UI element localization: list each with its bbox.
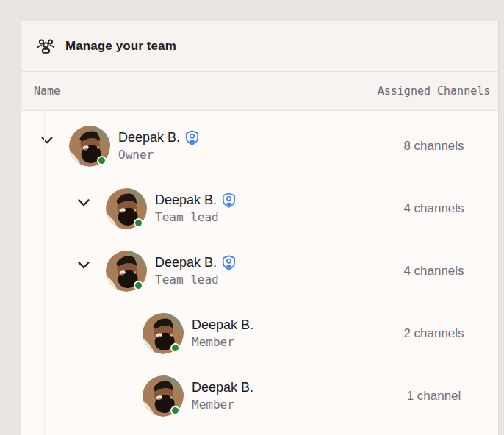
page-title: Manage your team [65, 39, 176, 54]
chevron-down-icon[interactable] [75, 198, 93, 207]
online-status-dot [97, 156, 107, 165]
member-identity: Deepak B. Owner [118, 130, 199, 162]
member-name-cell: Deepak B. Member [21, 302, 348, 364]
member-role: Team lead [155, 210, 236, 224]
avatar [106, 251, 147, 292]
member-name: Deepak B. [118, 130, 180, 145]
assigned-channels-cell: 4 channels [348, 177, 498, 240]
member-identity: Deepak B. Team lead [155, 255, 236, 287]
online-status-dot [134, 281, 143, 290]
team-member-row[interactable]: Deepak B. Team lead 4 channels [21, 240, 498, 302]
column-divider [348, 72, 348, 435]
column-header-assigned-channels: Assigned Channels [348, 72, 498, 110]
member-name: Deepak B. [155, 193, 217, 208]
page-background: Manage your team Name Assigned Channels [0, 0, 504, 435]
team-member-row[interactable]: Deepak B. Member 1 channel [21, 364, 498, 427]
member-role: Member [192, 398, 253, 411]
member-name: Deepak B. [192, 317, 253, 333]
column-header-name: Name [21, 72, 348, 110]
member-name-cell: Deepak B. Team lead [21, 240, 348, 302]
member-name-cell: Deepak B. Owner [21, 115, 348, 177]
team-member-list: Deepak B. Owner 8 channels [21, 111, 498, 435]
team-member-row[interactable]: Deepak B. Team lead 4 channels [21, 177, 498, 240]
member-identity: Deepak B. Team lead [155, 193, 236, 224]
member-role: Owner [118, 148, 199, 162]
online-status-dot [170, 343, 180, 353]
online-status-dot [170, 406, 180, 415]
avatar [143, 313, 184, 354]
chevron-down-icon[interactable] [38, 136, 56, 145]
assigned-channels-cell: 2 channels [348, 302, 498, 364]
tree-gutter-line [44, 111, 45, 435]
member-role: Team lead [155, 273, 236, 287]
avatar [69, 126, 110, 167]
assigned-channels-cell: 4 channels [348, 240, 498, 302]
member-name-cell: Deepak B. Member [21, 364, 348, 427]
assigned-channels-cell: 8 channels [348, 115, 498, 177]
manage-team-card: Manage your team Name Assigned Channels [21, 21, 499, 435]
assigned-channels-cell: 1 channel [348, 364, 498, 427]
avatar [143, 375, 184, 417]
table-column-header: Name Assigned Channels [21, 72, 498, 111]
member-name: Deepak B. [155, 255, 217, 270]
member-identity: Deepak B. Member [192, 317, 253, 349]
member-name-cell: Deepak B. Team lead [21, 177, 348, 240]
member-role: Member [192, 335, 253, 349]
verified-shield-icon [185, 130, 199, 145]
card-header: Manage your team [21, 21, 498, 72]
team-member-row[interactable]: Deepak B. Owner 8 channels [21, 115, 498, 177]
member-identity: Deepak B. Member [192, 380, 253, 411]
member-name: Deepak B. [192, 380, 253, 395]
verified-shield-icon [222, 193, 236, 208]
avatar [106, 188, 147, 229]
chevron-down-icon[interactable] [75, 261, 93, 270]
team-member-row[interactable]: Deepak B. Member 2 channels [21, 302, 498, 364]
online-status-dot [134, 218, 143, 228]
verified-shield-icon [222, 255, 236, 270]
users-three-icon [37, 37, 55, 56]
